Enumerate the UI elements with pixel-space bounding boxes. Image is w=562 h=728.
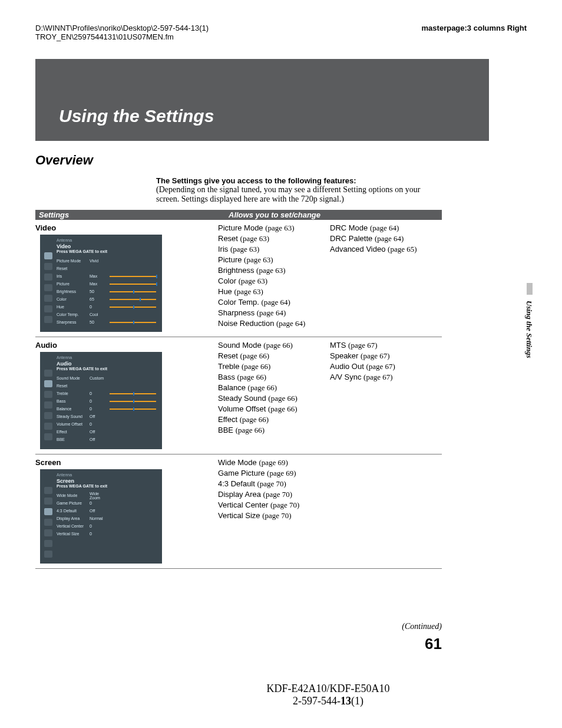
menu-row-label: Wide Mode — [57, 493, 90, 498]
menu-slider — [110, 409, 156, 410]
intro-text: The Settings give you access to the foll… — [156, 176, 442, 204]
setting-item: Advanced Video (page 65) — [330, 245, 442, 254]
menu-row-label: Treble — [57, 391, 90, 396]
setting-item: DRC Palette (page 64) — [330, 234, 442, 243]
menu-row: Treble0 — [57, 390, 158, 397]
table-header-settings: Settings — [35, 210, 225, 220]
menu-row-label: Bass — [57, 399, 90, 403]
menu-subtitle: Press WEGA GATE to exit — [57, 367, 158, 371]
menu-nav-icon — [44, 295, 52, 302]
menu-row-value: Wide Zoom — [90, 492, 107, 500]
overview-heading: Overview — [35, 153, 442, 169]
settings-section: VideoAntennaVideoPress WEGA GATE to exit… — [35, 220, 442, 337]
setting-item: Speaker (page 67) — [330, 351, 442, 361]
header-path: D:\WINNT\Profiles\noriko\Desktop\2-597-5… — [35, 24, 209, 41]
chapter-banner: Using the Settings — [35, 59, 489, 141]
section-title: Video — [35, 223, 218, 232]
menu-row-value: 0 — [90, 532, 107, 536]
menu-row-value: 0 — [90, 305, 107, 309]
menu-nav-icon — [44, 508, 52, 515]
menu-row: 4:3 DefaultOff — [57, 507, 158, 515]
menu-nav-icon — [44, 540, 52, 547]
continued-label: (Continued) — [35, 622, 442, 631]
menu-row: Wide ModeWide Zoom — [57, 492, 158, 499]
menu-row: PictureMax — [57, 280, 158, 288]
menu-row-value: 0 — [90, 524, 107, 528]
menu-row-value: 0 — [90, 407, 107, 411]
menu-row: Vertical Center0 — [57, 522, 158, 530]
setting-item: Iris (page 63) — [218, 245, 330, 254]
menu-nav-icon — [44, 487, 52, 494]
footer: KDF-E42A10/KDF-E50A10 2-597-544-13(1) — [130, 683, 527, 707]
setting-item: MTS (page 67) — [330, 341, 442, 350]
setting-item: Sound Mode (page 66) — [218, 341, 330, 350]
menu-thumbnail: AntennaVideoPress WEGA GATE to exitPictu… — [40, 235, 162, 332]
menu-slider — [110, 299, 156, 300]
menu-row: Sound ModeCustom — [57, 374, 158, 382]
menu-slider — [110, 307, 156, 308]
menu-row-label: Steady Sound — [57, 414, 90, 419]
setting-item: Reset (page 66) — [218, 351, 330, 361]
menu-nav-icon — [44, 412, 52, 419]
menu-row-value: Off — [90, 414, 107, 419]
setting-item: Hue (page 63) — [218, 287, 330, 297]
side-tab-icon — [527, 283, 533, 295]
menu-row: Brightness50 — [57, 288, 158, 295]
menu-row: Sharpness50 — [57, 318, 158, 326]
menu-row: Balance0 — [57, 405, 158, 413]
menu-row-value: Vivid — [90, 259, 107, 263]
menu-row-value: 0 — [90, 422, 107, 426]
menu-antenna: Antenna — [57, 238, 158, 242]
menu-row: Color65 — [57, 295, 158, 303]
setting-item: Brightness (page 63) — [218, 266, 330, 275]
setting-item: 4:3 Default (page 70) — [218, 479, 330, 489]
menu-row-label: Picture Mode — [57, 259, 90, 263]
setting-item: A/V Sync (page 67) — [330, 373, 442, 382]
menu-row-label: Vertical Size — [57, 532, 90, 536]
menu-thumbnail: AntennaScreenPress WEGA GATE to exitWide… — [40, 469, 162, 564]
setting-item: Balance (page 66) — [218, 383, 330, 393]
setting-item: Volume Offset (page 66) — [218, 404, 330, 414]
menu-row-value: 0 — [90, 399, 107, 403]
menu-row-label: Hue — [57, 305, 90, 309]
menu-row-label: Iris — [57, 274, 90, 278]
menu-nav-icon — [44, 380, 52, 387]
menu-title: Screen — [57, 478, 158, 484]
setting-item: Picture Mode (page 63) — [218, 223, 330, 233]
menu-row-label: Picture — [57, 282, 90, 286]
menu-subtitle: Press WEGA GATE to exit — [57, 484, 158, 488]
menu-antenna: Antenna — [57, 473, 158, 477]
setting-item: Vertical Center (page 70) — [218, 500, 330, 510]
page-number: 61 — [35, 635, 442, 653]
menu-row: BBEOff — [57, 436, 158, 443]
table-header-row: Settings Allows you to set/change — [35, 210, 442, 220]
menu-row-label: Vertical Center — [57, 524, 90, 528]
setting-item: DRC Mode (page 64) — [330, 223, 442, 233]
setting-item: BBE (page 66) — [218, 426, 330, 435]
setting-item: Noise Reduction (page 64) — [218, 319, 330, 328]
setting-item: Audio Out (page 67) — [330, 362, 442, 371]
menu-row-value: Custom — [90, 376, 107, 380]
menu-nav-icon — [44, 284, 52, 291]
menu-subtitle: Press WEGA GATE to exit — [57, 249, 158, 253]
menu-row-label: Color Temp. — [57, 312, 90, 317]
menu-row-value: 65 — [90, 297, 107, 301]
menu-slider — [110, 393, 156, 394]
menu-row-label: Balance — [57, 407, 90, 411]
setting-item: Display Area (page 70) — [218, 490, 330, 499]
setting-item: Treble (page 66) — [218, 362, 330, 371]
menu-row: Volume Offset0 — [57, 420, 158, 428]
setting-item: Reset (page 63) — [218, 234, 330, 243]
menu-row-label: Volume Offset — [57, 422, 90, 426]
menu-row-value: Cool — [90, 312, 107, 317]
setting-item: Sharpness (page 64) — [218, 308, 330, 318]
menu-thumbnail: AntennaAudioPress WEGA GATE to exitSound… — [40, 352, 162, 449]
menu-nav-icon — [44, 391, 52, 398]
menu-row: Hue0 — [57, 303, 158, 311]
setting-item: Bass (page 66) — [218, 373, 330, 382]
table-header-allows: Allows you to set/change — [225, 210, 442, 220]
menu-row-value: Off — [90, 430, 107, 434]
setting-item: Wide Mode (page 69) — [218, 458, 330, 467]
menu-row-value: 0 — [90, 391, 107, 396]
menu-row-value: Off — [90, 509, 107, 513]
